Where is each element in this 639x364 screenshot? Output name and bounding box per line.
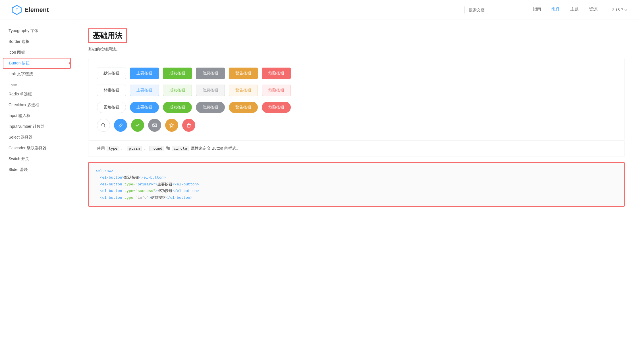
svg-point-2	[102, 124, 105, 126]
section-description: 基础的按钮用法。	[88, 47, 625, 52]
code-sep-2: 、	[144, 146, 148, 150]
logo: E Element	[11, 5, 49, 15]
btn-danger[interactable]: 危险按钮	[262, 68, 291, 79]
star-icon	[169, 123, 174, 128]
btn-round-warning[interactable]: 警告按钮	[229, 102, 258, 113]
code-line-2: <el-button>默认按钮</el-button>	[96, 174, 617, 181]
btn-circle-info[interactable]	[148, 119, 161, 132]
header-nav: 指南 组件 主题 资源	[533, 6, 597, 13]
btn-plain-warning[interactable]: 警告按钮	[229, 85, 258, 96]
section-title-box: 基础用法	[88, 28, 127, 43]
code-tag-round: round	[149, 146, 164, 151]
btn-plain-primary[interactable]: 主要按钮	[130, 85, 159, 96]
svg-line-4	[121, 124, 122, 125]
code-desc-suffix: 属性来定义 Button 的样式。	[191, 146, 240, 150]
btn-round-primary[interactable]: 主要按钮	[130, 102, 159, 113]
search-icon	[101, 123, 106, 128]
nav-components[interactable]: 组件	[551, 6, 560, 13]
btn-info[interactable]: 信息按钮	[196, 68, 225, 79]
sidebar-item-checkbox[interactable]: Checkbox 多选框	[0, 100, 74, 110]
layout: Typography 字体 Border 边框 Icon 图标 Button 按…	[0, 20, 639, 364]
button-row-round: 圆角按钮 主要按钮 成功按钮 信息按钮 警告按钮 危险按钮	[97, 102, 616, 113]
code-description: 使用 type 、 plain 、 round 和 circle 属性来定义 B…	[88, 141, 625, 156]
code-line-3: <el-button type="primary">主要按钮</el-butto…	[96, 181, 617, 188]
active-dot	[69, 62, 71, 64]
svg-marker-6	[169, 123, 174, 127]
btn-success[interactable]: 成功按钮	[163, 68, 192, 79]
sidebar-section-form: Form	[0, 80, 74, 89]
code-sep-3: 和	[166, 146, 171, 150]
btn-round-info[interactable]: 信息按钮	[196, 102, 225, 113]
sidebar-item-switch[interactable]: Switch 开关	[0, 154, 74, 164]
nav-resources[interactable]: 资源	[589, 7, 597, 13]
btn-round-success[interactable]: 成功按钮	[163, 102, 192, 113]
code-sep-1: 、	[121, 146, 125, 150]
code-tag-type: type	[107, 146, 119, 151]
sidebar-item-link[interactable]: Link 文字链接	[0, 69, 74, 80]
code-line-1: <el-row>	[96, 168, 617, 174]
logo-icon: E	[11, 5, 22, 15]
sidebar-item-button-label: Button 按钮	[9, 61, 30, 65]
btn-plain-default[interactable]: 朴素按钮	[97, 85, 126, 96]
header: E Element 指南 组件 主题 资源 2.15.7	[0, 0, 639, 20]
mail-icon	[152, 123, 157, 128]
sidebar-item-radio[interactable]: Radio 单选框	[0, 89, 74, 100]
btn-circle-default[interactable]	[97, 119, 110, 132]
btn-default[interactable]: 默认按钮	[97, 68, 126, 79]
edit-icon	[118, 123, 123, 128]
button-row-circle	[97, 119, 616, 132]
btn-circle-success[interactable]	[131, 119, 144, 132]
btn-primary[interactable]: 主要按钮	[130, 68, 159, 79]
sidebar-item-select[interactable]: Select 选择器	[0, 132, 74, 143]
btn-circle-danger[interactable]	[182, 119, 195, 132]
svg-rect-7	[187, 124, 190, 127]
search-input[interactable]	[464, 6, 521, 14]
btn-plain-info[interactable]: 信息按钮	[196, 85, 225, 96]
code-desc-prefix: 使用	[97, 146, 105, 150]
code-tag-plain: plain	[127, 146, 142, 151]
version-text: 2.15.7	[612, 8, 623, 12]
sidebar-item-icon[interactable]: Icon 图标	[0, 47, 74, 58]
sidebar-item-cascader[interactable]: Cascader 级联选择器	[0, 143, 74, 154]
logo-text: Element	[24, 6, 49, 14]
chevron-down-icon	[624, 8, 628, 12]
btn-round-danger[interactable]: 危险按钮	[262, 102, 291, 113]
sidebar-item-input[interactable]: Input 输入框	[0, 110, 74, 121]
sidebar-item-typography[interactable]: Typography 字体	[0, 26, 74, 36]
svg-line-3	[104, 126, 106, 127]
code-block: <el-row> <el-button>默认按钮</el-button> <el…	[88, 162, 625, 207]
btn-circle-warning[interactable]	[165, 119, 178, 132]
demo-box: 默认按钮 主要按钮 成功按钮 信息按钮 警告按钮 危险按钮 朴素按钮 主要按钮 …	[88, 59, 625, 141]
check-icon	[135, 123, 140, 128]
code-tag-circle: circle	[172, 146, 189, 151]
sidebar-item-slider[interactable]: Slider 滑块	[0, 164, 74, 175]
nav-guide[interactable]: 指南	[533, 7, 541, 13]
btn-plain-danger[interactable]: 危险按钮	[262, 85, 291, 96]
btn-warning[interactable]: 警告按钮	[229, 68, 258, 79]
sidebar-item-border[interactable]: Border 边框	[0, 36, 74, 47]
code-line-5: <el-button type="info">信息按钮</el-button>	[96, 194, 617, 201]
code-line-4: <el-button type="success">成功按钮</el-butto…	[96, 188, 617, 194]
section-title: 基础用法	[93, 31, 122, 40]
version-badge[interactable]: 2.15.7	[606, 8, 628, 12]
sidebar: Typography 字体 Border 边框 Icon 图标 Button 按…	[0, 20, 74, 364]
sidebar-item-inputnumber[interactable]: InputNumber 计数器	[0, 121, 74, 132]
btn-plain-success[interactable]: 成功按钮	[163, 85, 192, 96]
svg-text:E: E	[15, 8, 18, 12]
nav-theme[interactable]: 主题	[570, 7, 579, 13]
main-content: 基础用法 基础的按钮用法。 默认按钮 主要按钮 成功按钮 信息按钮 警告按钮 危…	[74, 20, 639, 364]
btn-round-default[interactable]: 圆角按钮	[97, 102, 126, 113]
btn-circle-primary[interactable]	[114, 119, 127, 132]
delete-icon	[186, 123, 191, 128]
sidebar-item-button[interactable]: Button 按钮	[3, 58, 71, 69]
button-row-plain: 朴素按钮 主要按钮 成功按钮 信息按钮 警告按钮 危险按钮	[97, 85, 616, 96]
button-row-normal: 默认按钮 主要按钮 成功按钮 信息按钮 警告按钮 危险按钮	[97, 68, 616, 79]
